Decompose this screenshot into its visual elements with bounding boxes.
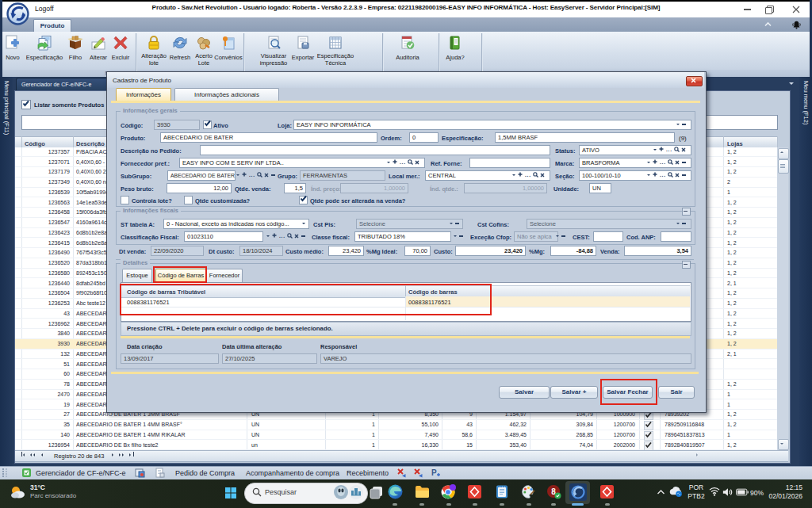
svg-text:P: P — [431, 468, 437, 477]
